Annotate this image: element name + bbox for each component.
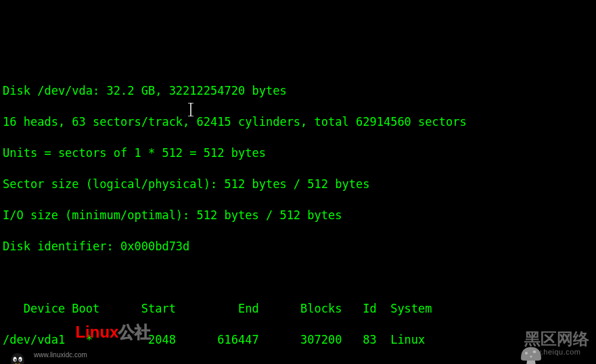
watermark-brand: Linux — [75, 323, 118, 341]
watermark-linux: Linux公社 www.linuxidc.com — [5, 313, 151, 359]
disk-info-line: 16 heads, 63 sectors/track, 62415 cylind… — [3, 114, 593, 130]
disk-info-line: Disk identifier: 0x000bd73d — [3, 239, 593, 254]
svg-point-5 — [15, 359, 16, 361]
watermark-heiqu: 黑区网络 www.heiqu.com — [486, 326, 589, 360]
svg-point-10 — [532, 350, 536, 353]
svg-point-9 — [525, 352, 528, 355]
mushroom-icon — [486, 326, 520, 360]
svg-point-6 — [20, 359, 21, 361]
disk-info-line: Sector size (logical/physical): 512 byte… — [3, 177, 593, 192]
disk-info-line: Units = sectors of 1 * 512 = 512 bytes — [3, 145, 593, 161]
watermark-suffix: 公社 — [118, 323, 151, 341]
watermark-url: www.linuxidc.com — [34, 352, 151, 359]
tux-icon — [5, 321, 30, 350]
disk-info-line: Disk /dev/vda: 32.2 GB, 32212254720 byte… — [3, 83, 593, 99]
svg-point-11 — [530, 356, 532, 358]
disk-info-line: I/O size (minimum/optimal): 512 bytes / … — [3, 208, 593, 223]
svg-point-0 — [11, 353, 24, 364]
blank-line — [3, 270, 593, 286]
